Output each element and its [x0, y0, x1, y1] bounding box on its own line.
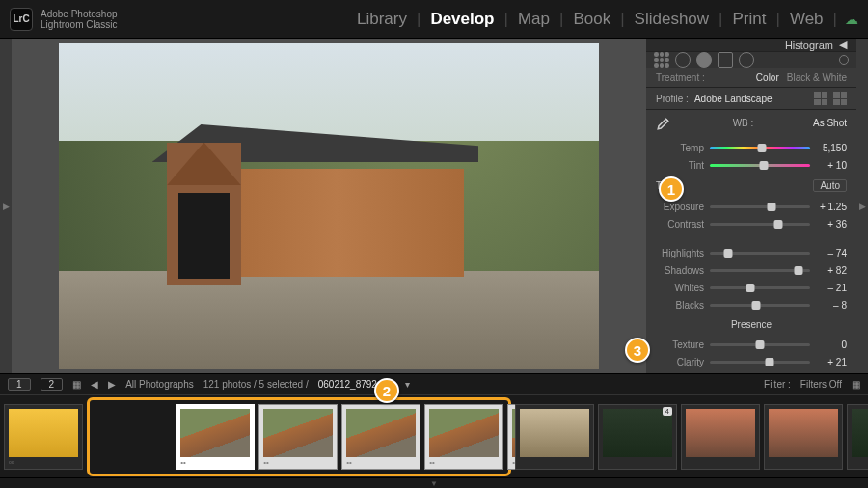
- filter-dropdown[interactable]: Filters Off: [800, 379, 842, 390]
- image-canvas[interactable]: [12, 39, 646, 373]
- collection-name[interactable]: All Photographs: [125, 379, 194, 390]
- filmstrip-thumb[interactable]: ••: [176, 404, 255, 470]
- tint-slider[interactable]: [710, 164, 810, 167]
- nav-back-icon[interactable]: ◀: [91, 379, 98, 390]
- module-library[interactable]: Library: [347, 10, 417, 29]
- temp-slider[interactable]: [710, 147, 810, 149]
- filmstrip-thumb[interactable]: [764, 404, 843, 470]
- texture-label: Texture: [656, 339, 704, 350]
- tint-label: Tint: [656, 160, 704, 171]
- annotation-callout-3: 3: [625, 338, 650, 363]
- filmstrip-thumb[interactable]: [515, 404, 594, 470]
- mask-tool-icon[interactable]: [718, 52, 733, 68]
- wb-label: WB :: [679, 118, 807, 128]
- histogram-header[interactable]: Histogram ◀: [646, 39, 856, 51]
- chevron-right-icon: ▶: [859, 202, 866, 211]
- main-area: ▶ Histogram ◀ Treatment : Color Black & …: [0, 39, 868, 373]
- treatment-bw[interactable]: Black & White: [787, 72, 847, 83]
- profile-grid-icon[interactable]: [833, 92, 847, 105]
- brand-line1: Adobe Photoshop: [41, 9, 118, 19]
- filmstrip-toggle[interactable]: ▼: [0, 477, 868, 488]
- brand-line2: Lightroom Classic: [41, 19, 118, 30]
- highlights-value[interactable]: – 74: [816, 248, 847, 258]
- grid-view-icon[interactable]: ▦: [72, 379, 81, 390]
- module-map[interactable]: Map: [508, 10, 559, 29]
- blacks-slider[interactable]: [710, 304, 810, 307]
- dropdown-icon[interactable]: ▾: [405, 379, 410, 390]
- tool-strip: [646, 51, 856, 68]
- module-print[interactable]: Print: [723, 10, 776, 29]
- filmstrip-thumb[interactable]: ••: [424, 404, 503, 470]
- treatment-row: Treatment : Color Black & White: [646, 68, 856, 88]
- shadows-label: Shadows: [656, 265, 704, 276]
- presence-title: Presence: [731, 319, 772, 330]
- whites-value[interactable]: – 21: [816, 283, 847, 293]
- redeye-tool-icon[interactable]: [696, 52, 712, 68]
- tint-value[interactable]: + 10: [816, 160, 847, 171]
- blacks-label: Blacks: [656, 300, 704, 311]
- auto-button[interactable]: Auto: [813, 179, 847, 192]
- filter-lock-icon[interactable]: ▦: [852, 379, 860, 390]
- contrast-slider[interactable]: [710, 223, 810, 226]
- shadows-value[interactable]: + 82: [816, 265, 847, 276]
- exposure-value[interactable]: + 1.25: [816, 202, 847, 212]
- crop-tool-icon[interactable]: [654, 52, 669, 68]
- filmstrip-thumb[interactable]: 4: [598, 404, 677, 470]
- app-brand: Adobe Photoshop Lightroom Classic: [41, 9, 118, 30]
- presence-section-header: Presence: [646, 317, 856, 332]
- module-develop[interactable]: Develop: [420, 10, 503, 29]
- filmstrip-thumb[interactable]: [847, 404, 868, 470]
- clarity-slider[interactable]: [710, 361, 810, 364]
- filmstrip-selection: •• •• •• •• ••: [87, 397, 511, 476]
- cloud-sync-icon[interactable]: ☁: [845, 12, 858, 27]
- brush-tool-icon[interactable]: [839, 55, 849, 65]
- exposure-label: Exposure: [656, 202, 704, 212]
- filmstrip-thumb[interactable]: ••: [258, 404, 338, 470]
- profile-row[interactable]: Profile : Adobe Landscape: [646, 88, 856, 110]
- texture-slider[interactable]: [710, 343, 810, 346]
- tint-slider-row: Tint + 10: [656, 156, 847, 174]
- clarity-value[interactable]: + 21: [816, 357, 847, 367]
- filmstrip-thumb[interactable]: [681, 404, 760, 470]
- treatment-label: Treatment :: [656, 72, 705, 83]
- profile-browser-icon[interactable]: [814, 92, 827, 105]
- highlights-slider[interactable]: [710, 252, 810, 255]
- filmstrip-thumb[interactable]: ••: [341, 404, 420, 470]
- whites-slider[interactable]: [710, 286, 810, 289]
- temp-value[interactable]: 5,150: [816, 143, 847, 153]
- eyedropper-icon[interactable]: [656, 114, 673, 131]
- annotation-callout-1: 1: [659, 176, 684, 202]
- develop-panel: Histogram ◀ Treatment : Color Black & Wh…: [646, 39, 856, 373]
- right-panel-toggle[interactable]: ▶: [856, 39, 868, 373]
- blacks-value[interactable]: – 8: [816, 300, 847, 311]
- treatment-color[interactable]: Color: [756, 72, 779, 83]
- module-web[interactable]: Web: [780, 10, 833, 29]
- left-panel-toggle[interactable]: ▶: [0, 39, 12, 373]
- texture-value[interactable]: 0: [816, 339, 847, 350]
- highlights-label: Highlights: [656, 248, 704, 258]
- exposure-slider[interactable]: [710, 205, 810, 208]
- temp-label: Temp: [656, 143, 704, 153]
- profile-value: Adobe Landscape: [694, 94, 808, 104]
- module-slideshow[interactable]: Slideshow: [625, 10, 719, 29]
- annotation-callout-2: 2: [374, 378, 399, 403]
- view-mode-2[interactable]: 2: [41, 378, 64, 391]
- profile-label: Profile :: [656, 94, 689, 104]
- filmstrip-thumb[interactable]: ▫▫: [4, 404, 83, 470]
- shadows-slider[interactable]: [710, 269, 810, 272]
- nav-forward-icon[interactable]: ▶: [108, 379, 116, 390]
- radial-tool-icon[interactable]: [739, 52, 754, 68]
- stack-count-badge: 4: [663, 407, 672, 416]
- whites-label: Whites: [656, 283, 704, 293]
- filter-label: Filter :: [764, 379, 791, 390]
- filmstrip[interactable]: ▫▫ •• •• •• •• •• 4: [0, 394, 868, 477]
- app-header: LrC Adobe Photoshop Lightroom Classic Li…: [0, 0, 868, 39]
- wb-value[interactable]: As Shot: [813, 118, 847, 128]
- contrast-value[interactable]: + 36: [816, 219, 847, 230]
- spot-tool-icon[interactable]: [675, 52, 691, 68]
- contrast-label: Contrast: [656, 219, 704, 230]
- view-mode-1[interactable]: 1: [8, 378, 31, 391]
- module-picker: Library| Develop| Map| Book| Slideshow| …: [347, 10, 858, 29]
- app-logo: LrC: [10, 8, 33, 31]
- module-book[interactable]: Book: [563, 10, 620, 29]
